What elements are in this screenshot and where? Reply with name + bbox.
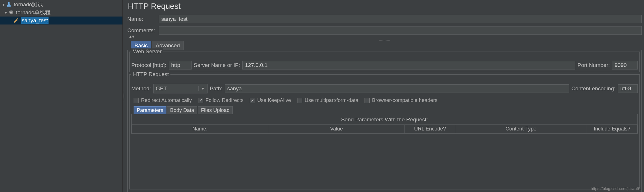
chk-label: Follow Redirects <box>206 97 243 103</box>
gear-icon <box>8 9 14 16</box>
method-select[interactable]: GET ▼ <box>153 84 208 93</box>
tree-node-testplan[interactable]: ▼ tornado测试 <box>0 1 122 9</box>
chk-label: Browser-compatible headers <box>372 97 437 103</box>
options-row: Redirect Automatically Follow Redirects … <box>134 97 638 103</box>
port-label: Port Number: <box>577 62 610 68</box>
expand-arrow-icon: ▼ <box>2 3 6 7</box>
encoding-input[interactable] <box>618 84 638 93</box>
tab-parameters[interactable]: Parameters <box>134 106 166 114</box>
port-input[interactable] <box>612 61 638 70</box>
comments-input[interactable] <box>159 26 642 35</box>
checkbox-icon <box>198 98 203 103</box>
expand-arrow-icon: ▼ <box>4 11 8 15</box>
tab-files-upload[interactable]: Files Upload <box>198 106 233 114</box>
server-label: Server Name or IP: <box>194 62 240 68</box>
col-include-equals[interactable]: Include Equals? <box>587 125 637 133</box>
page-title: HTTP Request <box>127 2 642 11</box>
basic-tab-content: Web Server Protocol [http]: Server Name … <box>127 50 642 192</box>
col-value[interactable]: Value <box>268 125 405 133</box>
protocol-label: Protocol [http]: <box>131 62 166 68</box>
method-value: GET <box>156 85 167 92</box>
watermark: https://blog.csdn.net/jclian91 <box>591 186 641 191</box>
method-label: Method: <box>131 85 151 92</box>
browser-headers-checkbox[interactable]: Browser-compatible headers <box>365 97 437 103</box>
col-content-type[interactable]: Content-Type <box>455 125 587 133</box>
name-label: Name: <box>127 16 159 22</box>
path-input[interactable] <box>225 84 569 93</box>
name-input[interactable] <box>159 15 642 23</box>
checkbox-icon <box>134 98 139 103</box>
params-table: Name: Value URL Encode? Content-Type Inc… <box>132 124 637 133</box>
config-tabs: Basic Advanced <box>127 41 642 50</box>
checkbox-icon <box>250 98 255 103</box>
col-name[interactable]: Name: <box>132 125 268 133</box>
main-panel: HTTP Request Name: Comments: ▲▼ Basic Ad… <box>125 0 644 192</box>
tree-node-threadgroup[interactable]: ▼ tornado单线程 <box>0 9 122 17</box>
col-url-encode[interactable]: URL Encode? <box>405 125 455 133</box>
server-input[interactable] <box>242 61 575 70</box>
chk-label: Use KeepAlive <box>257 97 291 103</box>
chevron-down-icon: ▼ <box>198 86 205 91</box>
protocol-input[interactable] <box>169 61 192 70</box>
flask-icon <box>6 1 12 8</box>
dropper-icon <box>13 17 19 24</box>
vertical-splitter[interactable] <box>123 0 125 192</box>
comments-label: Comments: <box>127 27 159 34</box>
tree-label: tornado测试 <box>14 1 43 8</box>
encoding-label: Content encoding: <box>571 85 615 92</box>
http-request-legend: HTTP Request <box>131 71 170 77</box>
chk-label: Redirect Automatically <box>141 97 192 103</box>
params-title: Send Parameters With the Request: <box>132 117 637 123</box>
path-label: Path: <box>210 85 222 92</box>
tree-label: tornado单线程 <box>16 9 51 16</box>
checkbox-icon <box>365 98 370 103</box>
follow-redirects-checkbox[interactable]: Follow Redirects <box>198 97 243 103</box>
http-request-group: HTTP Request Method: GET ▼ Path: Content… <box>129 74 640 189</box>
body-tabs: Parameters Body Data Files Upload <box>131 106 638 114</box>
redirect-auto-checkbox[interactable]: Redirect Automatically <box>134 97 192 103</box>
tree-node-sampler[interactable]: sanya_test <box>0 17 122 24</box>
web-server-group: Web Server Protocol [http]: Server Name … <box>129 52 640 72</box>
multipart-checkbox[interactable]: Use multipart/form-data <box>297 97 358 103</box>
table-header-row: Name: Value URL Encode? Content-Type Inc… <box>132 125 637 133</box>
tree-label: sanya_test <box>21 17 49 24</box>
web-server-legend: Web Server <box>131 48 163 55</box>
collapse-toggle-icon[interactable]: ▲▼ <box>127 34 642 39</box>
chk-label: Use multipart/form-data <box>305 97 358 103</box>
checkbox-icon <box>297 98 302 103</box>
tab-body-data[interactable]: Body Data <box>167 106 197 114</box>
test-plan-tree: ▼ tornado测试 ▼ tornado单线程 sanya_test <box>0 0 123 192</box>
keepalive-checkbox[interactable]: Use KeepAlive <box>250 97 291 103</box>
